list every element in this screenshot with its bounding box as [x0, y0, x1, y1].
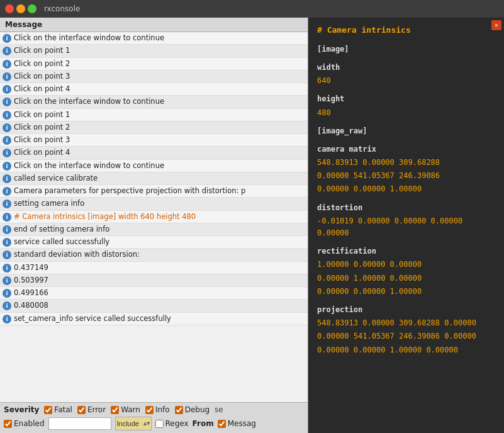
- section-key: width: [317, 62, 495, 74]
- message-text: Click on point 3: [14, 71, 70, 82]
- info-icon: i: [3, 187, 11, 196]
- include-select[interactable]: Include Exclude: [115, 417, 152, 430]
- section-value: 640: [317, 75, 495, 87]
- list-item[interactable]: iClick on the interface window to contin…: [0, 32, 308, 45]
- filter-input[interactable]: [48, 417, 111, 430]
- list-item[interactable]: i0.503997: [0, 274, 308, 287]
- message-check[interactable]: Messag: [218, 419, 256, 428]
- fatal-check[interactable]: Fatal: [44, 405, 72, 414]
- message-text: 0.503997: [14, 275, 48, 286]
- list-item[interactable]: istandard deviation with distorsion:: [0, 249, 308, 261]
- error-checkbox[interactable]: [77, 406, 86, 414]
- list-item[interactable]: iend of setting camera info: [0, 223, 308, 236]
- list-item[interactable]: iClick on point 2: [0, 58, 308, 70]
- list-item[interactable]: iClick on the interface window to contin…: [0, 160, 308, 172]
- message-text: Click on the interface window to continu…: [14, 33, 164, 43]
- close-button[interactable]: [5, 4, 14, 13]
- from-label: From: [193, 419, 214, 428]
- info-icon: i: [3, 238, 11, 247]
- window-controls: [5, 4, 36, 13]
- section-block: camera matrix548.83913 0.00000 309.68288…: [317, 143, 495, 196]
- warn-label: Warn: [121, 405, 140, 414]
- severity-row: Severity Fatal Error Warn Info: [4, 405, 304, 414]
- list-item[interactable]: iservice called successfully: [0, 236, 308, 249]
- message-text: Click on point 2: [14, 59, 70, 69]
- info-icon: i: [3, 276, 11, 285]
- debug-check[interactable]: Debug: [175, 405, 210, 414]
- info-check[interactable]: Info: [145, 405, 170, 414]
- message-text: service called successfully: [14, 237, 109, 247]
- enabled-check[interactable]: Enabled: [4, 419, 45, 428]
- info-icon: i: [3, 264, 11, 273]
- list-item[interactable]: i0.437149: [0, 262, 308, 274]
- message-label: Messag: [228, 419, 256, 428]
- regex-check[interactable]: Regex: [155, 419, 189, 428]
- section-value: 0.00000 1.00000 0.00000: [317, 273, 495, 284]
- bottom-controls: Severity Fatal Error Warn Info: [0, 402, 308, 433]
- left-panel: Message iClick on the interface window t…: [0, 18, 308, 433]
- message-column-header: Message: [0, 18, 308, 32]
- list-item[interactable]: iClick on point 2: [0, 121, 308, 134]
- section-key: [image_raw]: [317, 125, 495, 137]
- list-item[interactable]: icalled service calibrate: [0, 172, 308, 185]
- warn-check[interactable]: Warn: [111, 405, 140, 414]
- info-icon: i: [3, 315, 11, 323]
- se-label: se: [215, 405, 223, 414]
- include-select-wrapper: Include Exclude: [115, 417, 152, 430]
- message-list[interactable]: iClick on the interface window to contin…: [0, 32, 308, 402]
- window-title: rxconsole: [44, 4, 80, 13]
- info-checkbox[interactable]: [145, 406, 154, 414]
- regex-checkbox[interactable]: [155, 420, 164, 428]
- info-icon: i: [3, 301, 11, 310]
- section-block: width640: [317, 62, 495, 87]
- section-key: distortion: [317, 202, 495, 214]
- error-label: Error: [87, 405, 106, 414]
- message-checkbox[interactable]: [218, 420, 226, 428]
- list-item[interactable]: iCamera parameters for perspective proje…: [0, 185, 308, 198]
- info-label: Info: [155, 405, 170, 414]
- list-item[interactable]: iClick on point 1: [0, 45, 308, 57]
- list-item[interactable]: i0.499166: [0, 287, 308, 300]
- list-item[interactable]: isetting camera info: [0, 198, 308, 210]
- message-text: 0.437149: [14, 262, 48, 273]
- list-item[interactable]: i# Camera intrinsics [image] width 640 h…: [0, 211, 308, 223]
- list-item[interactable]: iClick on point 1: [0, 109, 308, 121]
- maximize-button[interactable]: [28, 4, 36, 13]
- section-key: height: [317, 93, 495, 105]
- section-value: -0.01019 0.00000 0.00000 0.00000 0.00000: [317, 215, 495, 239]
- main-area: Message iClick on the interface window t…: [0, 18, 504, 433]
- message-text: Click on point 4: [14, 84, 70, 94]
- message-text: Click on point 1: [14, 45, 70, 56]
- info-icon: i: [3, 60, 11, 69]
- info-icon: i: [3, 98, 11, 106]
- message-text: 0.480008: [14, 300, 48, 311]
- section-key: rectification: [317, 245, 495, 257]
- section-value: 1.00000 0.00000 0.00000: [317, 259, 495, 271]
- list-item[interactable]: iClick on point 3: [0, 70, 308, 83]
- right-close-button[interactable]: ×: [491, 20, 501, 30]
- severity-label: Severity: [4, 405, 39, 414]
- message-text: Click on the interface window to continu…: [14, 96, 164, 107]
- debug-checkbox[interactable]: [175, 406, 183, 414]
- warn-checkbox[interactable]: [111, 406, 119, 414]
- enabled-checkbox[interactable]: [4, 420, 12, 428]
- message-text: Click on point 4: [14, 147, 70, 158]
- list-item[interactable]: iClick on point 3: [0, 134, 308, 147]
- fatal-checkbox[interactable]: [44, 406, 52, 414]
- section-value: 0.00000 0.00000 1.00000: [317, 286, 495, 298]
- section-block: projection548.83913 0.00000 309.68288 0.…: [317, 304, 495, 356]
- section-value: 480: [317, 107, 495, 119]
- minimize-button[interactable]: [16, 4, 25, 13]
- message-text: Click on point 1: [14, 110, 70, 120]
- list-item[interactable]: iClick on point 4: [0, 83, 308, 96]
- list-item[interactable]: iClick on point 4: [0, 147, 308, 159]
- right-panel[interactable]: × # Camera intrinsics[image]width640heig…: [308, 18, 504, 433]
- fatal-label: Fatal: [54, 405, 72, 414]
- error-check[interactable]: Error: [77, 405, 106, 414]
- section-block: [image]: [317, 43, 495, 55]
- list-item[interactable]: i0.480008: [0, 300, 308, 312]
- section-value: 0.00000 0.00000 1.00000 0.00000: [317, 344, 495, 356]
- list-item[interactable]: iset_camera_info service called successf…: [0, 313, 308, 325]
- list-item[interactable]: iClick on the interface window to contin…: [0, 96, 308, 108]
- info-icon: i: [3, 111, 11, 120]
